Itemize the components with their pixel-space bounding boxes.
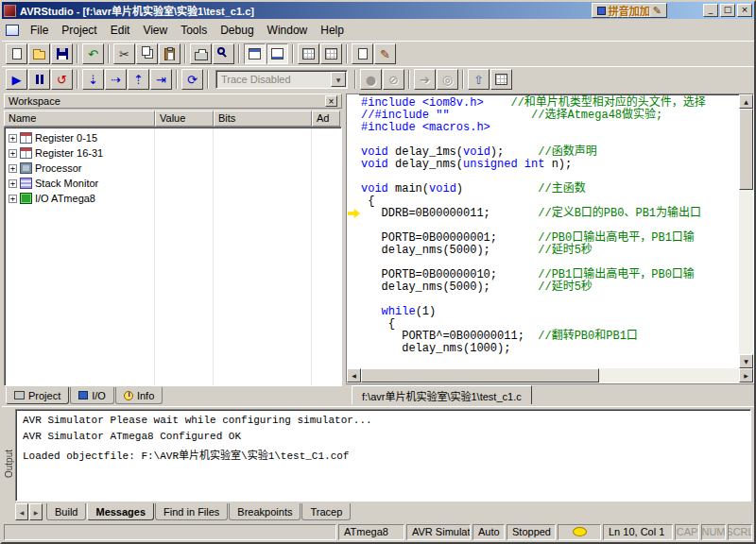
- menu-project[interactable]: Project: [55, 21, 103, 40]
- menu-edit[interactable]: Edit: [104, 21, 137, 40]
- minimize-button[interactable]: _: [703, 4, 718, 17]
- tab-label: Info: [137, 390, 154, 401]
- toggle-output-button[interactable]: [266, 43, 288, 64]
- run-button[interactable]: ▶: [6, 69, 27, 90]
- trace-into-button[interactable]: ⇣: [82, 69, 104, 90]
- watch-window-button[interactable]: [298, 43, 319, 64]
- print-button[interactable]: [190, 43, 212, 64]
- reset-button[interactable]: ↺: [51, 69, 73, 90]
- horizontal-scroll-thumb[interactable]: [361, 368, 599, 382]
- menu-view[interactable]: View: [136, 21, 174, 40]
- editor-horizontal-scrollbar[interactable]: ◀ ▶: [347, 368, 753, 382]
- debug-toolbar: ▶↺⇣⇢⇡⇥⟳Trace Disabled▼●⊘➔◎⇧: [2, 66, 754, 92]
- workspace-close-button[interactable]: ×: [325, 95, 337, 107]
- cut-button[interactable]: ✂: [113, 43, 135, 64]
- code-token: //延时5秒: [538, 244, 593, 257]
- autostep-button[interactable]: ⟳: [181, 69, 203, 90]
- output-log[interactable]: AVR Simulator Please wait while configur…: [15, 409, 751, 502]
- close-button[interactable]: ×: [737, 4, 752, 17]
- tree-item-stack-monitor[interactable]: +Stack Monitor: [7, 176, 339, 191]
- save-file-button[interactable]: [51, 43, 73, 64]
- tree-item-i-o-atmega8[interactable]: +I/O ATmega8: [7, 191, 339, 206]
- tab-find-in-files[interactable]: Find in Files: [155, 503, 228, 520]
- file-tab[interactable]: f:\avr单片机实验室\实验1\test_c1.c: [352, 385, 532, 404]
- step-over-button[interactable]: ⇢: [105, 69, 127, 90]
- scroll-up-button[interactable]: ▲: [739, 94, 753, 109]
- tab-info[interactable]: Info: [115, 387, 163, 404]
- scroll-right-button[interactable]: ▶: [739, 368, 753, 382]
- watch-add-button[interactable]: [490, 69, 512, 90]
- workspace-header[interactable]: Workspace ×: [4, 94, 342, 109]
- child-window-icon[interactable]: [6, 25, 19, 36]
- tab-label: Breakpoints: [237, 506, 292, 518]
- code-token: delay_nms(5000);: [361, 280, 538, 294]
- remove-breakpoints-button[interactable]: ⊘: [383, 69, 404, 90]
- expand-icon[interactable]: +: [9, 134, 17, 143]
- editor-gutter[interactable]: [347, 94, 359, 368]
- show-next-statement-button[interactable]: ➔: [414, 69, 436, 90]
- tree-item-register-0-15[interactable]: +Register 0-15: [7, 130, 339, 145]
- column-header-value[interactable]: Value: [155, 110, 214, 127]
- expand-icon[interactable]: +: [9, 179, 17, 188]
- trace-mode-combo[interactable]: Trace Disabled▼: [215, 70, 348, 89]
- view-source-button[interactable]: [352, 43, 373, 64]
- scroll-down-button[interactable]: ▼: [739, 354, 753, 368]
- run-to-cursor-button[interactable]: ⇥: [150, 69, 172, 90]
- chevron-down-icon[interactable]: ▼: [331, 72, 346, 87]
- quickwatch-button[interactable]: ◎: [437, 69, 458, 90]
- toggle-breakpoint-button[interactable]: ●: [360, 69, 382, 90]
- vertical-scroll-thumb[interactable]: [739, 109, 753, 190]
- memory-window-icon: [325, 48, 337, 60]
- paste-button[interactable]: [159, 43, 180, 64]
- tree-item-processor[interactable]: +Processor: [7, 161, 339, 176]
- code-editor[interactable]: #include <iom8v.h> //和单片机类型相对应的头文件，选择//#…: [359, 94, 739, 368]
- toggle-workspace-button[interactable]: [244, 43, 266, 64]
- editor-vertical-scrollbar[interactable]: ▲ ▼: [739, 94, 753, 368]
- scroll-left-button[interactable]: ◀: [347, 368, 361, 382]
- code-token: void: [463, 145, 490, 159]
- tab-breakpoints[interactable]: Breakpoints: [229, 503, 301, 520]
- copy-button[interactable]: [136, 43, 158, 64]
- menu-file[interactable]: File: [24, 21, 55, 40]
- trace-into-icon: ⇣: [88, 74, 98, 86]
- column-header-bits[interactable]: Bits: [214, 110, 312, 127]
- workspace-tree[interactable]: +Register 0-15+Register 16-31+Processor+…: [4, 127, 342, 386]
- toolbar-separator: [292, 44, 294, 63]
- tab-scroll-left-button[interactable]: ◀: [15, 503, 28, 520]
- tab-label: Tracep: [310, 506, 342, 518]
- menu-help[interactable]: Help: [314, 21, 351, 40]
- toolbar-separator: [408, 70, 410, 89]
- menu-window[interactable]: Window: [261, 21, 315, 40]
- column-header-name[interactable]: Name: [4, 110, 155, 127]
- trace-mode-value: Trace Disabled: [216, 74, 331, 85]
- expand-icon[interactable]: +: [9, 149, 17, 158]
- tab-build[interactable]: Build: [46, 503, 86, 520]
- break-button[interactable]: [28, 69, 50, 90]
- undo-button[interactable]: ↶: [82, 43, 104, 64]
- toolbar-separator: [207, 70, 209, 89]
- tab-scroll-right-button[interactable]: ▶: [29, 503, 43, 520]
- edit-options-button[interactable]: ✎: [374, 43, 396, 64]
- workspace-column-headers: NameValueBitsAd: [4, 110, 342, 127]
- tab-tracep[interactable]: Tracep: [301, 503, 351, 520]
- vertical-scroll-track[interactable]: [739, 109, 753, 354]
- horizontal-scroll-track[interactable]: [361, 368, 739, 382]
- find-button[interactable]: [213, 43, 234, 64]
- code-token: #include <iom8v.h>: [361, 96, 484, 110]
- menu-tools[interactable]: Tools: [174, 21, 214, 40]
- step-out-button[interactable]: ⇡: [128, 69, 149, 90]
- tab-i-o[interactable]: I/O: [70, 387, 114, 404]
- column-header-ad[interactable]: Ad: [312, 110, 340, 127]
- new-file-button[interactable]: [6, 43, 27, 64]
- maximize-button[interactable]: □: [720, 4, 735, 17]
- expand-icon[interactable]: +: [9, 164, 17, 173]
- tree-item-register-16-31[interactable]: +Register 16-31: [7, 145, 339, 161]
- expand-icon[interactable]: +: [9, 195, 17, 203]
- open-file-button[interactable]: [28, 43, 50, 64]
- menu-debug[interactable]: Debug: [214, 21, 260, 40]
- tab-project[interactable]: Project: [6, 387, 69, 404]
- tab-messages[interactable]: Messages: [87, 503, 154, 520]
- ime-toolbar[interactable]: 拼音加加 ✎: [592, 3, 667, 18]
- memory-window-button[interactable]: [320, 43, 342, 64]
- scope-up-button[interactable]: ⇧: [468, 69, 490, 90]
